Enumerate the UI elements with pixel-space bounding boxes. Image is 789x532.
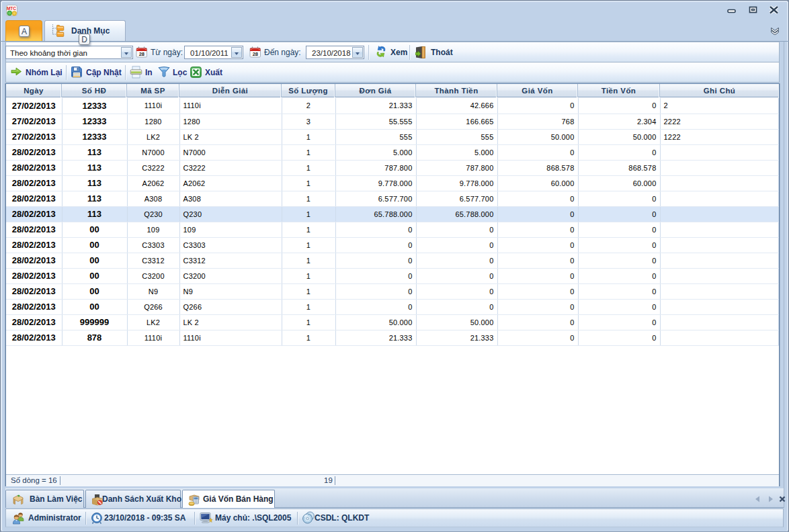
svg-text:MTC: MTC (7, 6, 16, 11)
